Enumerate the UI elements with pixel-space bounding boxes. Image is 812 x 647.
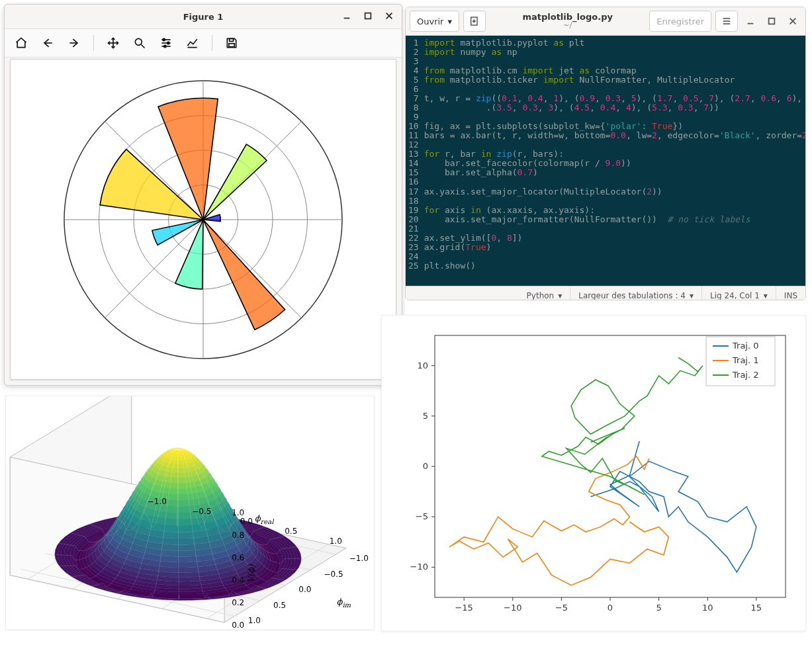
close-button[interactable] bbox=[784, 13, 801, 30]
figure-toolbar bbox=[5, 28, 402, 58]
filename-label: matplotlib_logo.py bbox=[490, 13, 645, 22]
svg-text:ϕreal: ϕreal bbox=[255, 513, 275, 525]
svg-text:0.0: 0.0 bbox=[298, 585, 311, 594]
chevron-down-icon: ▾ bbox=[447, 17, 452, 26]
svg-text:0.8: 0.8 bbox=[232, 531, 244, 540]
polar-chart bbox=[11, 60, 396, 380]
mexican-hat-surface: −1.0−0.50.00.51.0−1.0−0.50.00.51.00.00.2… bbox=[6, 396, 374, 629]
close-button[interactable] bbox=[381, 7, 398, 24]
svg-text:0.2: 0.2 bbox=[232, 598, 244, 607]
svg-text:10: 10 bbox=[702, 603, 713, 613]
configure-icon[interactable] bbox=[156, 33, 176, 53]
svg-text:ϕim: ϕim bbox=[337, 597, 351, 609]
svg-text:−1.0: −1.0 bbox=[148, 497, 167, 506]
hamburger-menu-button[interactable] bbox=[715, 11, 738, 32]
svg-text:−10: −10 bbox=[410, 562, 428, 572]
svg-point-8 bbox=[135, 38, 142, 45]
home-icon[interactable] bbox=[11, 33, 31, 53]
svg-rect-1 bbox=[365, 13, 371, 19]
matplotlib-figure-window: Figure 1 bbox=[4, 4, 402, 386]
svg-text:15: 15 bbox=[751, 603, 762, 613]
svg-text:Traj. 2: Traj. 2 bbox=[732, 370, 759, 380]
save-icon[interactable] bbox=[222, 33, 242, 53]
code-editor[interactable]: 1 2 3 4 5 6 7 8 9 10 11 12 13 14 15 16 1… bbox=[406, 36, 805, 286]
svg-point-15 bbox=[164, 45, 166, 47]
status-insert-mode: INS bbox=[776, 286, 805, 300]
svg-text:0: 0 bbox=[608, 603, 613, 613]
chevron-down-icon: ▾ bbox=[558, 291, 562, 300]
svg-text:0.0: 0.0 bbox=[232, 621, 244, 629]
maximize-button[interactable] bbox=[763, 13, 780, 30]
status-tabs[interactable]: Largeur des tabulations : 4 ▾ bbox=[570, 286, 702, 300]
svg-text:−15: −15 bbox=[455, 603, 473, 613]
new-document-button[interactable] bbox=[463, 11, 486, 32]
svg-text:1.0: 1.0 bbox=[330, 537, 342, 546]
svg-text:V(ϕ): V(ϕ) bbox=[246, 564, 256, 583]
svg-point-13 bbox=[163, 38, 165, 40]
window-titlebar[interactable]: Figure 1 bbox=[5, 5, 402, 28]
save-label: Enregistrer bbox=[656, 17, 704, 26]
minimize-button[interactable] bbox=[742, 13, 759, 30]
svg-text:0.5: 0.5 bbox=[273, 601, 286, 610]
toolbar-separator bbox=[93, 35, 94, 51]
svg-rect-38 bbox=[769, 19, 775, 24]
svg-text:0.6: 0.6 bbox=[232, 553, 244, 562]
status-cursor[interactable]: Lig 24, Col 1 ▾ bbox=[702, 286, 776, 300]
gedit-statusbar: Python ▾ Largeur des tabulations : 4 ▾ L… bbox=[406, 286, 805, 300]
filepath-label: ~/ bbox=[490, 22, 645, 30]
pan-icon[interactable] bbox=[103, 33, 123, 53]
status-language[interactable]: Python ▾ bbox=[519, 286, 571, 300]
svg-rect-17 bbox=[230, 38, 234, 41]
svg-text:−1.0: −1.0 bbox=[349, 554, 369, 563]
svg-rect-18 bbox=[229, 44, 234, 47]
svg-text:−0.5: −0.5 bbox=[324, 570, 343, 579]
edit-axes-icon[interactable] bbox=[183, 33, 203, 53]
svg-point-14 bbox=[167, 42, 169, 44]
zoom-icon[interactable] bbox=[130, 33, 150, 53]
open-label: Ouvrir bbox=[417, 17, 443, 26]
minimize-button[interactable] bbox=[338, 7, 355, 24]
svg-text:Traj. 1: Traj. 1 bbox=[732, 355, 759, 365]
figure-canvas[interactable] bbox=[10, 59, 396, 380]
svg-text:10: 10 bbox=[417, 361, 428, 370]
svg-text:1.0: 1.0 bbox=[232, 508, 244, 517]
forward-icon[interactable] bbox=[64, 33, 84, 53]
svg-text:−10: −10 bbox=[504, 603, 521, 613]
svg-text:0.0: 0.0 bbox=[240, 517, 253, 526]
gedit-header: Ouvrir ▾ matplotlib_logo.py ~/ Enregistr… bbox=[406, 7, 805, 36]
toolbar-separator bbox=[212, 35, 212, 51]
back-icon[interactable] bbox=[38, 33, 58, 53]
window-title: Figure 1 bbox=[183, 12, 224, 22]
surface-plot-panel: −1.0−0.50.00.51.0−1.0−0.50.00.51.00.00.2… bbox=[5, 396, 375, 630]
trajectories-panel: −15−10−5051015−10−50510Traj. 0Traj. 1Tra… bbox=[381, 315, 806, 631]
svg-text:Traj. 0: Traj. 0 bbox=[732, 341, 759, 351]
svg-text:−5: −5 bbox=[416, 511, 428, 521]
save-button[interactable]: Enregistrer bbox=[649, 11, 711, 32]
svg-text:0.4: 0.4 bbox=[232, 576, 244, 585]
maximize-button[interactable] bbox=[359, 7, 377, 24]
svg-text:5: 5 bbox=[423, 411, 428, 421]
chevron-down-icon: ▾ bbox=[690, 291, 694, 300]
svg-text:1.0: 1.0 bbox=[248, 616, 261, 625]
open-button[interactable]: Ouvrir ▾ bbox=[410, 11, 459, 32]
svg-text:5: 5 bbox=[656, 603, 661, 613]
svg-text:0: 0 bbox=[423, 461, 428, 471]
svg-text:−5: −5 bbox=[555, 603, 568, 613]
chevron-down-icon: ▾ bbox=[764, 291, 768, 300]
trajectories-chart: −15−10−5051015−10−50510Traj. 0Traj. 1Tra… bbox=[382, 316, 805, 630]
gedit-window: Ouvrir ▾ matplotlib_logo.py ~/ Enregistr… bbox=[405, 7, 806, 300]
svg-text:0.5: 0.5 bbox=[285, 527, 297, 536]
svg-line-9 bbox=[142, 45, 145, 48]
svg-text:−0.5: −0.5 bbox=[192, 507, 211, 516]
